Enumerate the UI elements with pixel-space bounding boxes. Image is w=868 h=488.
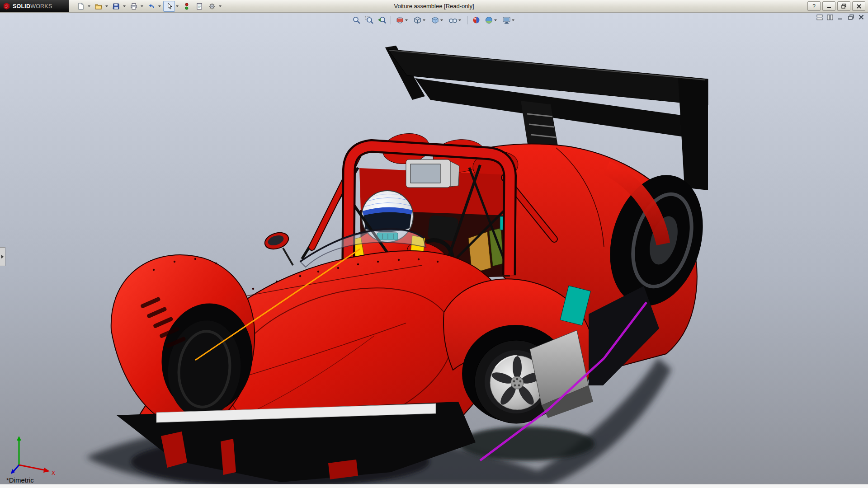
hide-show-items-button[interactable] bbox=[447, 14, 464, 26]
edit-appearance-icon bbox=[472, 16, 481, 24]
expand-arrow-icon bbox=[1, 255, 4, 258]
new-document-icon bbox=[77, 3, 85, 10]
open-folder-icon bbox=[95, 3, 102, 10]
close-button[interactable] bbox=[852, 1, 865, 11]
options-dropdown-caret[interactable] bbox=[219, 5, 222, 7]
heads-up-view-toolbar bbox=[347, 14, 521, 27]
graphics-area[interactable]: X bbox=[0, 12, 868, 488]
undo-button[interactable] bbox=[146, 1, 157, 12]
print-button[interactable] bbox=[128, 1, 140, 12]
rearview-mirror-box bbox=[406, 160, 459, 188]
save-floppy-icon bbox=[113, 3, 120, 10]
save-dropdown-caret[interactable] bbox=[123, 5, 126, 7]
open-dropdown-caret[interactable] bbox=[105, 5, 108, 7]
document-window-controls bbox=[816, 14, 865, 21]
apply-scene-icon bbox=[485, 16, 493, 24]
apply-scene-button[interactable] bbox=[483, 14, 500, 26]
status-strip bbox=[0, 484, 868, 488]
file-properties-button[interactable] bbox=[193, 1, 205, 12]
tile-horizontally-button[interactable] bbox=[816, 14, 824, 21]
minimize-button[interactable] bbox=[822, 1, 835, 11]
tile-vertical-icon bbox=[827, 14, 833, 20]
section-view-button[interactable] bbox=[394, 14, 410, 26]
solidworks-window: SOLIDWORKS bbox=[0, 0, 868, 488]
doc-restore-button[interactable] bbox=[847, 14, 855, 21]
tile-vertically-button[interactable] bbox=[826, 14, 834, 21]
previous-view-button[interactable] bbox=[376, 14, 387, 26]
undo-dropdown-caret[interactable] bbox=[158, 5, 161, 7]
apply-scene-caret[interactable] bbox=[494, 19, 497, 21]
doc-minimize-icon bbox=[838, 14, 843, 20]
select-cursor-icon bbox=[166, 3, 173, 9]
view-settings-icon bbox=[502, 16, 511, 24]
view-orientation-caret[interactable] bbox=[423, 19, 425, 21]
restore-button[interactable] bbox=[837, 1, 850, 11]
help-button[interactable]: ? bbox=[807, 1, 821, 11]
close-icon bbox=[857, 4, 861, 9]
display-style-caret[interactable] bbox=[440, 19, 443, 21]
options-button[interactable] bbox=[206, 1, 218, 12]
view-orientation-label: *Dimetric bbox=[6, 476, 34, 484]
doc-minimize-button[interactable] bbox=[836, 14, 844, 21]
quick-access-toolbar bbox=[75, 1, 223, 12]
zoom-to-area-button[interactable] bbox=[363, 14, 375, 26]
zoom-to-area-icon bbox=[365, 16, 373, 24]
select-button[interactable] bbox=[163, 1, 175, 12]
display-style-button[interactable] bbox=[429, 14, 446, 26]
zoom-to-fit-button[interactable] bbox=[351, 14, 362, 26]
solidworks-logo-icon bbox=[3, 2, 10, 10]
view-orientation-icon bbox=[413, 16, 422, 24]
tile-horizontal-icon bbox=[816, 14, 823, 20]
restore-icon bbox=[841, 4, 846, 9]
section-view-caret[interactable] bbox=[405, 19, 408, 21]
options-gear-icon bbox=[208, 3, 216, 10]
hide-show-items-icon bbox=[448, 16, 458, 24]
doc-close-button[interactable] bbox=[857, 14, 865, 21]
rebuild-stoplight-icon bbox=[184, 3, 189, 10]
rebuild-button[interactable] bbox=[181, 1, 193, 12]
section-view-icon bbox=[396, 16, 404, 24]
display-style-icon bbox=[431, 16, 439, 24]
zoom-to-fit-icon bbox=[352, 16, 361, 24]
undo-arrow-icon bbox=[148, 3, 155, 10]
file-properties-icon bbox=[196, 3, 203, 10]
view-settings-caret[interactable] bbox=[512, 19, 514, 21]
toolbar-separator bbox=[467, 16, 467, 24]
title-bar: SOLIDWORKS bbox=[0, 0, 868, 13]
model-viewport[interactable]: X bbox=[0, 12, 868, 488]
doc-restore-icon bbox=[848, 14, 854, 20]
window-controls: ? bbox=[807, 1, 868, 11]
toolbar-separator bbox=[391, 16, 391, 24]
solidworks-logo: SOLIDWORKS bbox=[0, 0, 69, 12]
view-orientation-button[interactable] bbox=[412, 14, 428, 26]
hide-show-items-caret[interactable] bbox=[458, 19, 461, 21]
new-button[interactable] bbox=[75, 1, 87, 12]
previous-view-icon bbox=[377, 16, 386, 24]
select-dropdown-caret[interactable] bbox=[176, 5, 179, 7]
print-dropdown-caret[interactable] bbox=[141, 5, 143, 7]
save-button[interactable] bbox=[110, 1, 122, 12]
new-dropdown-caret[interactable] bbox=[88, 5, 90, 7]
triad-x-label: X bbox=[52, 470, 55, 476]
print-icon bbox=[130, 3, 137, 10]
feature-panel-expand-tab[interactable] bbox=[0, 247, 5, 266]
minimize-icon bbox=[827, 4, 831, 9]
brand-text: SOLIDWORKS bbox=[13, 3, 52, 9]
view-settings-button[interactable] bbox=[501, 14, 517, 26]
doc-close-icon bbox=[859, 14, 864, 20]
edit-appearance-button[interactable] bbox=[471, 14, 482, 26]
open-button[interactable] bbox=[93, 1, 104, 12]
